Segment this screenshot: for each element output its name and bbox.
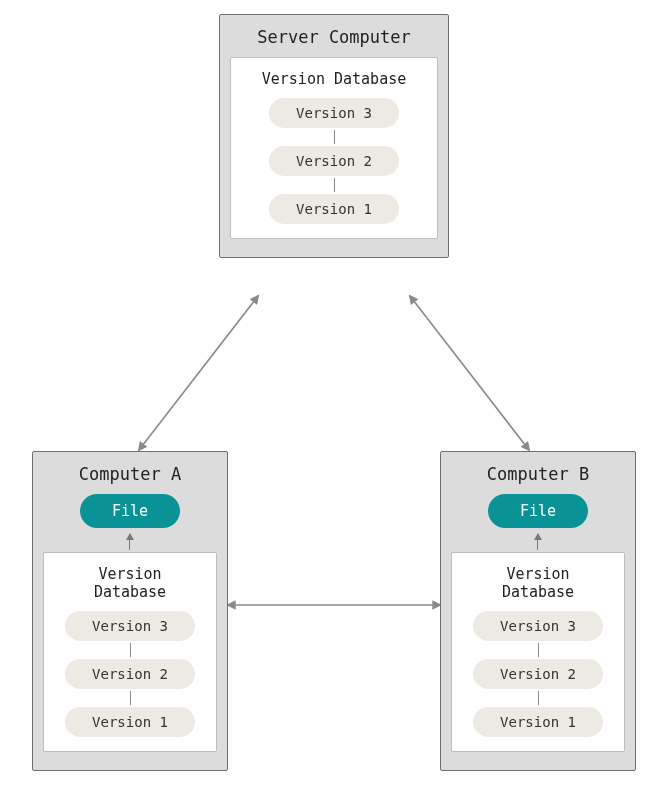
- computer-a-version-3: Version 3: [65, 611, 195, 641]
- computer-b-version-2: Version 2: [473, 659, 603, 689]
- computer-a-file: File: [80, 494, 180, 528]
- b-ver-line-1: [538, 643, 539, 657]
- computer-a-node: Computer A File Version Database Version…: [32, 451, 228, 771]
- computer-b-file: File: [488, 494, 588, 528]
- server-version-2: Version 2: [269, 146, 399, 176]
- computer-b-version-1: Version 1: [473, 707, 603, 737]
- a-ver-line-1: [130, 643, 131, 657]
- computer-a-title: Computer A: [43, 464, 217, 484]
- server-version-1: Version 1: [269, 194, 399, 224]
- computer-a-vdb: Version Database Version 3 Version 2 Ver…: [43, 552, 217, 752]
- computer-a-version-2: Version 2: [65, 659, 195, 689]
- server-ver-line-1: [334, 130, 335, 144]
- computer-a-vdb-title: Version Database: [58, 565, 202, 601]
- server-vdb: Version Database Version 3 Version 2 Ver…: [230, 57, 438, 239]
- computer-b-vdb-title: Version Database: [466, 565, 610, 601]
- connector-server-a: [139, 296, 258, 450]
- server-version-3: Version 3: [269, 98, 399, 128]
- a-ver-line-2: [130, 691, 131, 705]
- b-ver-line-2: [538, 691, 539, 705]
- server-title: Server Computer: [230, 27, 438, 47]
- computer-b-vdb: Version Database Version 3 Version 2 Ver…: [451, 552, 625, 752]
- computer-a-version-1: Version 1: [65, 707, 195, 737]
- computer-b-node: Computer B File Version Database Version…: [440, 451, 636, 771]
- server-computer-node: Server Computer Version Database Version…: [219, 14, 449, 258]
- server-ver-line-2: [334, 178, 335, 192]
- connector-server-b: [410, 296, 529, 450]
- computer-b-version-3: Version 3: [473, 611, 603, 641]
- computer-b-title: Computer B: [451, 464, 625, 484]
- server-vdb-title: Version Database: [245, 70, 423, 88]
